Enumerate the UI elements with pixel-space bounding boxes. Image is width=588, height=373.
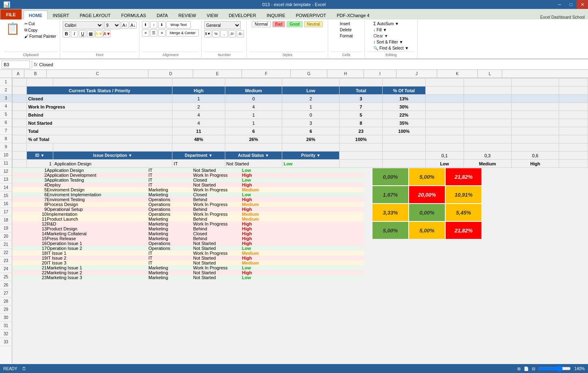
col-header-g[interactable]: G: [291, 70, 327, 78]
cell-i1[interactable]: [425, 78, 464, 87]
cell-desc-25[interactable]: Marketing Collateral: [47, 231, 148, 236]
cell-status-20[interactable]: Behind: [193, 207, 242, 212]
cell-desc-header[interactable]: Issue Description ▼: [53, 152, 172, 160]
cell-wip[interactable]: Work In Progress: [27, 103, 172, 111]
cell-h31[interactable]: [327, 260, 364, 265]
window-controls[interactable]: ─ □ ✕: [554, 0, 588, 9]
cell-priority-18[interactable]: High: [242, 197, 291, 202]
copy-button[interactable]: ⧉ Copy: [23, 27, 57, 33]
cell-desc-23[interactable]: R&D: [47, 221, 148, 226]
style-normal[interactable]: Normal: [252, 21, 270, 27]
cell-h23[interactable]: [327, 221, 364, 226]
comma-button[interactable]: ,: [220, 30, 228, 37]
cell-h13[interactable]: [327, 173, 364, 178]
cell-dept-31[interactable]: IT: [148, 260, 193, 265]
cell-k7[interactable]: [512, 127, 559, 135]
cell-g22[interactable]: [291, 217, 327, 221]
cell-behind-high[interactable]: 4: [172, 111, 225, 119]
font-color-button[interactable]: A▼: [103, 30, 111, 37]
cell-desc-34[interactable]: Marketing Issue 3: [47, 275, 148, 280]
cell-behind-low[interactable]: 0: [282, 111, 340, 119]
cell-status-32[interactable]: Work In Progress: [193, 265, 242, 270]
cell-a8[interactable]: [13, 135, 27, 143]
cell-g33[interactable]: [291, 270, 327, 275]
cell-i6[interactable]: [425, 119, 464, 127]
cell-priority-12[interactable]: Low: [242, 168, 291, 173]
cell-status-24[interactable]: Behind: [193, 226, 242, 231]
cell-total-percent[interactable]: 100%: [383, 127, 426, 135]
insert-button[interactable]: Insert: [339, 21, 354, 26]
cell-status-29[interactable]: Work In Progress: [193, 251, 242, 256]
cell-id-20[interactable]: 9: [24, 207, 47, 212]
cell-g26[interactable]: [291, 236, 327, 241]
cell-j10[interactable]: 0,3: [464, 152, 511, 160]
merge-center-button[interactable]: Merge & Center: [166, 29, 199, 37]
cell-i2[interactable]: [425, 87, 464, 95]
cell-id-22[interactable]: 11: [24, 217, 47, 221]
cell-status-15[interactable]: Not Started: [193, 182, 242, 187]
cell-id-header[interactable]: ID ▼: [27, 152, 53, 160]
cell-priority-14[interactable]: Low: [242, 178, 291, 182]
cell-priority-23[interactable]: High: [242, 221, 291, 226]
cell-priority-header[interactable]: Priority ▼: [282, 152, 340, 160]
cell-priority-26[interactable]: High: [242, 236, 291, 241]
cell-status-34[interactable]: Not Started: [193, 275, 242, 280]
cell-l8[interactable]: [559, 135, 588, 143]
cell-status-25[interactable]: Closed: [193, 231, 242, 236]
bold-button[interactable]: B: [63, 30, 70, 37]
cell-ns-medium[interactable]: 1: [225, 119, 282, 127]
cell-id-26[interactable]: 15: [24, 236, 47, 241]
cell-i8[interactable]: [425, 135, 464, 143]
cell-a18[interactable]: [12, 197, 24, 202]
cell-wip-medium[interactable]: 4: [225, 103, 282, 111]
minimize-btn[interactable]: ─: [554, 0, 565, 9]
cell-g13[interactable]: [291, 173, 327, 178]
cell-a30[interactable]: [12, 256, 24, 260]
cell-id-12[interactable]: 1: [24, 168, 47, 173]
cell-j9[interactable]: [464, 143, 511, 152]
cell-wip-percent[interactable]: 30%: [383, 103, 426, 111]
cell-closed[interactable]: Closed: [27, 95, 172, 103]
cell-h14[interactable]: [327, 178, 364, 182]
cell-a4[interactable]: [13, 103, 27, 111]
cell-status-13[interactable]: Work In Progress: [193, 173, 242, 178]
cell-h12[interactable]: [327, 168, 364, 173]
cell-b1[interactable]: [27, 78, 53, 87]
cell-priority-30[interactable]: High: [242, 256, 291, 260]
format-button[interactable]: Format: [339, 33, 354, 39]
align-top-button[interactable]: ⬆: [142, 21, 149, 28]
cell-l7[interactable]: [559, 127, 588, 135]
cell-i7[interactable]: [425, 127, 464, 135]
cell-status-27[interactable]: Not Started: [193, 241, 242, 246]
cell-total-row[interactable]: Total: [27, 127, 172, 135]
cell-a17[interactable]: [12, 192, 24, 197]
paste-button[interactable]: 📋: [4, 21, 22, 36]
cell-not-started[interactable]: Not Started: [27, 119, 172, 127]
cell-k2[interactable]: [512, 87, 559, 95]
cell-status-14[interactable]: Closed: [193, 178, 242, 182]
col-header-j[interactable]: J: [396, 70, 437, 78]
cell-status-19[interactable]: Work In Progress: [193, 202, 242, 207]
cell-priority-29[interactable]: Medium: [242, 251, 291, 256]
cell-ns-percent[interactable]: 35%: [383, 119, 426, 127]
cell-closed-total[interactable]: 3: [340, 95, 383, 103]
cell-status-21[interactable]: Work In Progress: [193, 212, 242, 217]
cell-priority-31[interactable]: Medium: [242, 260, 291, 265]
cell-desc-19[interactable]: Process Design: [47, 202, 148, 207]
align-middle-button[interactable]: ↕: [150, 21, 157, 28]
cell-closed-high[interactable]: 1: [172, 95, 225, 103]
cell-a15[interactable]: [12, 182, 24, 187]
cell-id-11[interactable]: 1: [27, 160, 53, 168]
cell-h27[interactable]: [327, 241, 364, 246]
cell-pct-medium[interactable]: 26%: [225, 135, 282, 143]
cell-a3[interactable]: [13, 95, 27, 103]
col-header-a[interactable]: A: [12, 70, 24, 78]
cell-priority-17[interactable]: Low: [242, 192, 291, 197]
cell-behind[interactable]: Behind: [27, 111, 172, 119]
cell-desc-26[interactable]: Press Release: [47, 236, 148, 241]
cell-reference-input[interactable]: [2, 61, 30, 69]
cell-id-21[interactable]: 10: [24, 212, 47, 217]
view-normal-icon[interactable]: ⊞: [517, 366, 520, 371]
cell-status-17[interactable]: Closed: [193, 192, 242, 197]
cell-k5[interactable]: [512, 111, 559, 119]
